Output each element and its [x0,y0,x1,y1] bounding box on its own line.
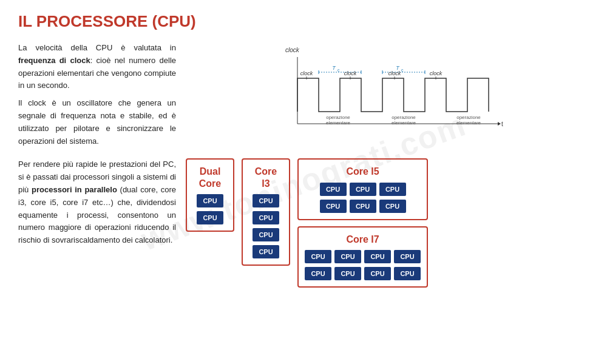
t-axis-label: t [501,121,503,127]
core-i5-row-2: CPU CPU CPU [320,200,406,213]
core-i5-row-1: CPU CPU CPU [320,183,406,196]
svg-marker-1 [498,122,501,126]
core-i7-title: Core I7 [346,234,379,245]
core-i7-cpu-5: CPU [305,267,331,280]
core-i5-i7-col: Core I5 CPU CPU CPU CPU CPU CPU [297,158,428,287]
core-i7-cpu-8: CPU [394,267,421,280]
clock-text-2: Il clock è un oscillatore che genera un … [18,97,176,147]
core-i3-cpu-2: CPU [253,211,279,224]
core-i7-cpu-4: CPU [394,250,421,263]
core-i5-title: Core I5 [346,166,379,177]
core-i3-cpu-1: CPU [253,194,279,207]
core-i7-box: Core I7 CPU CPU CPU CPU CPU CPU CPU CPU [297,226,428,288]
core-i5-cpu-6: CPU [379,200,406,213]
svg-text:elementare: elementare [392,120,416,126]
svg-text:operazione: operazione [456,115,481,120]
core-i7-row-1: CPU CPU CPU CPU [305,250,421,263]
svg-text:operazione: operazione [392,115,416,120]
core-i3-box: CoreI3 CPU CPU CPU CPU [242,158,290,265]
core-i3-cpu-4: CPU [253,245,279,258]
clock-text-part1: La velocità della CPU è valutata in [18,43,176,52]
core-i7-cpu-1: CPU [305,250,331,263]
svg-text:clock: clock [388,70,401,76]
core-i5-box: Core I5 CPU CPU CPU CPU CPU CPU [297,158,428,220]
bottom-section: Per rendere più rapide le prestazioni de… [18,158,589,287]
parallel-bold: processori in parallelo [32,185,117,194]
core-i3-cpu-3: CPU [253,228,279,241]
top-section: La velocità della CPU è valutata in freq… [18,42,589,147]
svg-text:elementare: elementare [456,120,481,126]
svg-text:clock: clock [430,70,443,76]
clock-diagram-container: clock t T c [188,42,589,147]
clock-bold: frequenza di clock [18,56,90,65]
svg-text:operazione: operazione [326,115,350,120]
core-i7-cpu-6: CPU [334,267,361,280]
core-i7-cpu-7: CPU [364,267,391,280]
core-i7-cpu-3: CPU [364,250,391,263]
parallel-description: Per rendere più rapide le prestazioni de… [18,158,176,247]
svg-text:clock: clock [344,70,357,76]
clock-description: La velocità della CPU è valutata in freq… [18,42,176,147]
svg-text:c: c [401,68,404,72]
clock-text-1: La velocità della CPU è valutata in freq… [18,42,176,92]
core-i5-cpu-1: CPU [320,183,347,196]
svg-text:T: T [332,65,336,71]
svg-text:c: c [337,68,340,72]
core-i5-cpu-5: CPU [350,200,376,213]
clock-diagram: clock t T c [273,45,504,142]
content: IL PROCESSORE (CPU) La velocità della CP… [18,12,589,288]
core-i5-cpu-4: CPU [320,200,347,213]
svg-text:clock: clock [300,70,313,76]
clock-y-label: clock [285,47,300,53]
dual-core-cpu-2: CPU [197,211,223,224]
page-title: IL PROCESSORE (CPU) [18,12,589,31]
core-i3-title: CoreI3 [255,166,277,189]
dual-core-title: DualCore [199,166,221,189]
svg-text:elementare: elementare [326,120,351,126]
core-i5-cpu-3: CPU [379,183,406,196]
core-i7-cpu-2: CPU [334,250,361,263]
core-i7-row-2: CPU CPU CPU CPU [305,267,421,280]
dual-core-box: DualCore CPU CPU [186,158,234,231]
parallel-text: Per rendere più rapide le prestazioni de… [18,158,176,247]
processors-container: DualCore CPU CPU CoreI3 CPU CPU CPU CPU [186,158,589,287]
dual-core-cpu-1: CPU [197,194,223,207]
core-i5-cpu-2: CPU [350,183,376,196]
page: www.toninograti.com IL PROCESSORE (CPU) … [0,0,607,364]
